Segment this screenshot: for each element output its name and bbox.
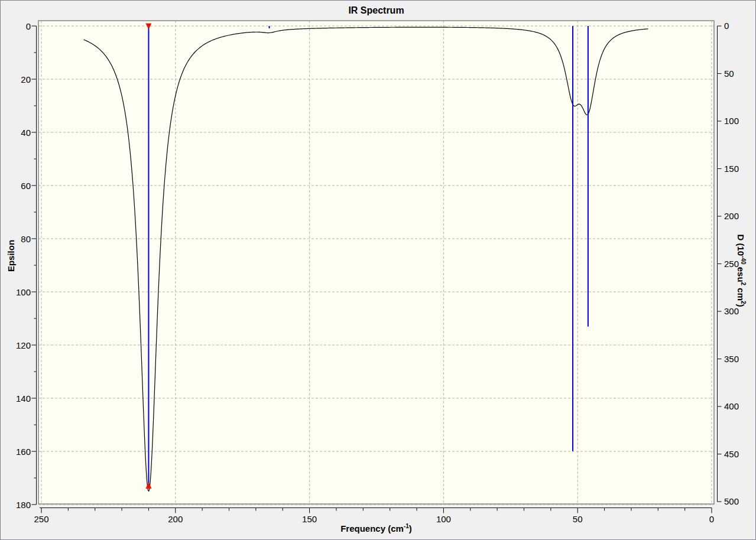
- y-right-tick-label: 450: [724, 449, 739, 459]
- y-left-tick-label: 0: [26, 21, 31, 31]
- y-left-tick-label: 40: [21, 128, 31, 138]
- y-left-tick-label: 20: [21, 74, 31, 84]
- y-left-axis-label: Epsilon: [6, 220, 18, 291]
- y-left-tick-label: 60: [21, 181, 31, 191]
- y-left-tick-label: 120: [16, 340, 31, 350]
- y-right-tick-label: 50: [724, 69, 734, 79]
- y-right-tick-label: 400: [724, 401, 739, 411]
- y-right-axis-label: D (10-40 esu2 cm2): [735, 212, 747, 330]
- y-right-tick-label: 100: [724, 116, 739, 126]
- y-left-tick-label: 180: [16, 500, 31, 510]
- y-right-tick-label: 150: [724, 164, 739, 174]
- spectrum-plot: 0204060801001201401601802502001501005000…: [1, 1, 755, 539]
- y-left-tick-label: 100: [16, 287, 31, 297]
- y-right-tick-label: 350: [724, 354, 739, 364]
- y-right-tick-label: 500: [724, 496, 739, 506]
- y-left-tick-label: 160: [16, 447, 31, 457]
- y-left-tick-label: 80: [21, 234, 31, 244]
- screenshot-root: { "window": { "title": "IR Spectrum" }, …: [0, 0, 756, 540]
- y-left-tick-label: 140: [16, 393, 31, 404]
- plot-canvas[interactable]: [38, 21, 714, 504]
- y-right-tick-label: 0: [724, 21, 729, 31]
- x-axis-label: Frequency (cm-1): [1, 523, 752, 534]
- ir-spectrum-window: IR Spectrum 0204060801001201401601802502…: [0, 0, 756, 540]
